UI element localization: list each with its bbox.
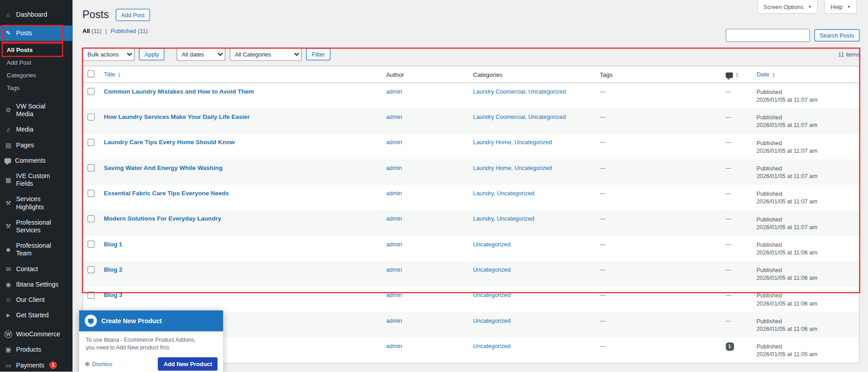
column-header-title[interactable]: Title▲▼ — [100, 66, 382, 83]
row-checkbox[interactable] — [87, 292, 95, 299]
sidebar-item-comments[interactable]: Comments — [0, 153, 72, 168]
submenu-item-add-post[interactable]: Add Post — [0, 56, 72, 69]
sidebar-item-products[interactable]: ▣Products — [0, 342, 72, 357]
bulk-actions-select[interactable]: Bulk actions — [82, 47, 134, 61]
apply-button[interactable]: Apply — [139, 48, 165, 60]
author-link[interactable]: admin — [386, 266, 402, 273]
sidebar-item-services-highlights[interactable]: ⚒Services Highlights — [0, 191, 72, 214]
tags-cell: — — [595, 287, 721, 312]
sidebar-item-media[interactable]: ♫Media — [0, 122, 72, 137]
author-cell: admin — [382, 134, 469, 159]
row-checkbox[interactable] — [87, 164, 95, 171]
post-title-link[interactable]: Modern Solutions For Everyday Laundry — [104, 215, 221, 222]
post-row: Laundry Care Tips Every Home Should Know… — [83, 134, 859, 159]
author-link[interactable]: admin — [386, 190, 402, 197]
filter-published-link[interactable]: Published (11) — [111, 28, 148, 34]
post-title-link[interactable]: Common Laundry Mistakes and How to Avoid… — [104, 88, 254, 95]
sidebar-item-get-started[interactable]: ►Get Started — [0, 307, 72, 323]
sidebar-item-dashboard[interactable]: ⌂Dashboard — [0, 7, 72, 22]
post-title-link[interactable]: Laundry Care Tips Every Home Should Know — [104, 139, 234, 146]
add-post-button[interactable]: Add Post — [115, 9, 150, 21]
category-links[interactable]: Laundry, Uncategorized — [473, 215, 535, 222]
author-link[interactable]: admin — [386, 164, 402, 171]
categories-filter-select[interactable]: All Categories — [230, 47, 302, 61]
author-link[interactable]: admin — [386, 215, 402, 222]
sidebar-item-vw-social-media[interactable]: ⚙VW Social Media — [0, 99, 72, 122]
submenu-item-all-posts[interactable]: All Posts — [0, 43, 72, 56]
filter-button[interactable]: Filter — [306, 48, 330, 60]
row-checkbox[interactable] — [87, 190, 95, 197]
author-link[interactable]: admin — [386, 139, 402, 146]
category-links[interactable]: Uncategorized — [473, 343, 511, 349]
chevron-down-icon: ▼ — [808, 5, 811, 9]
category-links[interactable]: Laundry Home, Uncategorized — [473, 139, 552, 146]
sidebar-item-payments[interactable]: ▭Payments1 — [0, 358, 72, 372]
sidebar-item-pages[interactable]: ▤Pages — [0, 137, 72, 153]
column-header-date[interactable]: Date▲▼ — [752, 66, 859, 83]
comment-count-badge[interactable]: 1 — [726, 343, 734, 351]
select-all-checkbox[interactable] — [87, 70, 95, 77]
sidebar-item-our-client[interactable]: ☺Our Client — [0, 292, 72, 307]
comments-bubble-icon — [726, 72, 733, 78]
sidebar-item-posts[interactable]: ✎Posts — [0, 25, 72, 41]
category-links[interactable]: Laundry Coomercial, Uncategorized — [473, 88, 566, 95]
post-title-link[interactable]: Saving Water And Energy While Washing — [104, 164, 223, 171]
post-title-link[interactable]: Essential Fabric Care Tips Everyone Need… — [104, 190, 229, 197]
category-links[interactable]: Laundry Home, Uncategorized — [473, 164, 552, 171]
sidebar-item-label: Products — [16, 346, 41, 353]
categories-cell: Uncategorized — [469, 287, 595, 312]
submenu-item-tags[interactable]: Tags — [0, 81, 72, 94]
category-links[interactable]: Uncategorized — [473, 292, 511, 298]
category-links[interactable]: Laundry, Uncategorized — [473, 190, 535, 197]
post-status: Published — [756, 240, 854, 248]
search-posts-button[interactable]: Search Posts — [814, 29, 860, 42]
sidebar-item-ibtana-settings[interactable]: ◉Ibtana Settings — [0, 277, 72, 292]
row-checkbox[interactable] — [87, 215, 95, 222]
search-input[interactable] — [726, 29, 810, 42]
author-link[interactable]: admin — [386, 292, 402, 298]
author-link[interactable]: admin — [386, 317, 402, 324]
sidebar-item-contact[interactable]: ✉Contact — [0, 261, 72, 277]
author-link[interactable]: admin — [386, 343, 402, 349]
add-new-product-button[interactable]: Add New Product — [158, 358, 218, 371]
screen-options-button[interactable]: Screen Options ▼ — [757, 0, 818, 14]
sidebar-item-professional-team[interactable]: ☻Professional Team — [0, 238, 72, 261]
sidebar-item-ive-custom-fields[interactable]: ▦IVE Custom Fields — [0, 168, 72, 191]
sidebar-item-woocommerce[interactable]: WWooCommerce — [0, 326, 72, 342]
category-links[interactable]: Uncategorized — [473, 240, 511, 247]
row-checkbox[interactable] — [87, 88, 95, 95]
post-title-link[interactable]: Blog 1 — [104, 240, 122, 247]
sidebar-item-label: IVE Custom Fields — [16, 172, 63, 188]
dates-filter-select[interactable]: All dates — [177, 47, 226, 61]
sidebar-item-label: Professional Team — [16, 242, 63, 257]
row-checkbox[interactable] — [87, 139, 95, 146]
comments-cell: — — [721, 235, 752, 261]
tags-cell: — — [595, 108, 721, 134]
author-link[interactable]: admin — [386, 88, 402, 95]
filter-all-link[interactable]: All (11) — [82, 28, 101, 34]
column-header-comments[interactable]: ▲▼ — [721, 66, 752, 83]
dashboard-icon: ⌂ — [5, 10, 12, 18]
post-title-link[interactable]: Blog 3 — [104, 292, 122, 298]
title-cell: Laundry Care Tips Every Home Should Know — [100, 134, 382, 159]
category-links[interactable]: Uncategorized — [473, 266, 511, 273]
sidebar-item-professional-services[interactable]: ⚒Professional Services — [0, 215, 72, 238]
submenu-item-categories[interactable]: Categories — [0, 69, 72, 81]
launch-icon: ► — [5, 311, 12, 319]
row-checkbox[interactable] — [87, 240, 95, 248]
post-title-link[interactable]: How Laundry Services Make Your Daily Lif… — [104, 113, 250, 120]
category-links[interactable]: Uncategorized — [473, 317, 511, 324]
page-title: Posts — [82, 9, 109, 21]
comments-value: — — [726, 88, 731, 95]
title-cell: Common Laundry Mistakes and How to Avoid… — [100, 83, 382, 108]
target-icon: ◉ — [5, 280, 12, 288]
category-links[interactable]: Laundry Coomercial, Uncategorized — [473, 113, 566, 120]
row-checkbox[interactable] — [87, 113, 95, 121]
help-button[interactable]: Help ▼ — [825, 0, 857, 14]
row-checkbox[interactable] — [87, 266, 95, 273]
post-title-link[interactable]: Blog 2 — [104, 266, 122, 273]
tags-value: — — [600, 266, 606, 273]
dismiss-button[interactable]: ⊗ Dismiss — [85, 360, 112, 367]
author-link[interactable]: admin — [386, 240, 402, 247]
author-link[interactable]: admin — [386, 113, 402, 120]
